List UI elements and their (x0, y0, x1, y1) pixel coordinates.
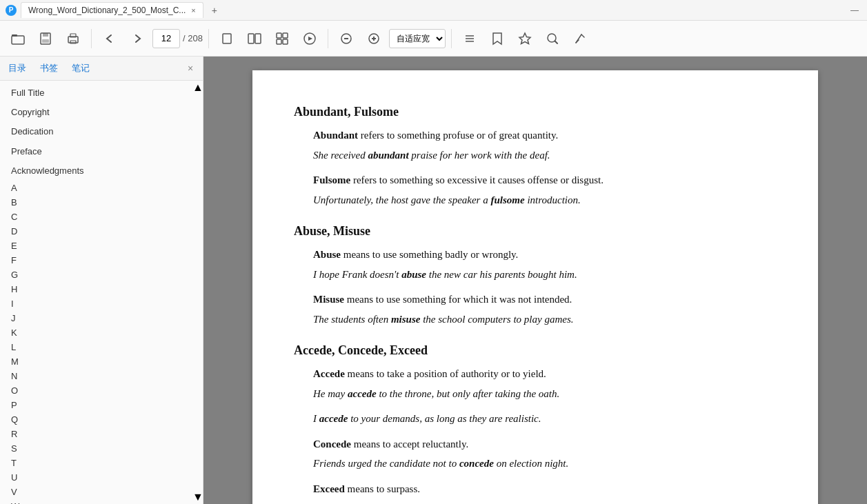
open-file-button[interactable] (6, 26, 30, 51)
toolbar: 12 / 208 自适应宽 (0, 21, 867, 57)
entry-def-accede: Accede means to take a position of autho… (294, 366, 777, 382)
toc-item-b[interactable]: B (0, 195, 203, 210)
toc-item-p[interactable]: P (0, 398, 203, 412)
zoom-out-button[interactable] (334, 26, 359, 51)
entry-def-abuse: Abuse means to use something badly or wr… (294, 247, 777, 263)
toc-item-q[interactable]: Q (0, 412, 203, 427)
notes-tab[interactable]: 笔记 (69, 61, 92, 76)
sidebar-tab-bar: 目录 书签 笔记 × (0, 57, 203, 81)
back-button[interactable] (97, 26, 122, 51)
entry-title-abuse-misuse: Abuse, Misuse (294, 224, 777, 239)
svg-rect-11 (277, 33, 281, 38)
toc-item-s[interactable]: S (0, 441, 203, 456)
svg-marker-16 (308, 37, 312, 41)
toc-item-t[interactable]: T (0, 456, 203, 470)
page-number-input[interactable]: 12 (152, 29, 180, 48)
bookmark-button[interactable] (485, 26, 510, 51)
entry-title-abundant-fulsome: Abundant, Fulsome (294, 105, 777, 119)
toc-item-d[interactable]: D (0, 224, 203, 239)
toc-item-k[interactable]: K (0, 325, 203, 340)
window-minimize-button[interactable]: — (848, 3, 861, 17)
entry-example-misuse: The students often misuse the school com… (294, 312, 777, 327)
toc-item-w[interactable]: W (0, 499, 203, 504)
toc-tab[interactable]: 目录 (6, 61, 29, 76)
svg-rect-10 (255, 34, 261, 43)
sidebar: 目录 书签 笔记 × ▲ Full Title Copyright Dedica… (0, 57, 203, 504)
star-button[interactable] (512, 26, 537, 51)
entry-example-abundant: She received abundant praise for her wor… (294, 148, 777, 163)
toc-item-f[interactable]: F (0, 253, 203, 268)
entry-example-abuse: I hope Frank doesn't abuse the new car h… (294, 267, 777, 283)
entry-example-fulsome: Unfortunately, the host gave the speaker… (294, 192, 777, 208)
toc-item-preface[interactable]: Preface (0, 142, 203, 161)
toc-item-m[interactable]: M (0, 354, 203, 369)
toc-item-l[interactable]: L (0, 340, 203, 354)
toc-item-e[interactable]: E (0, 239, 203, 253)
tab-close-button[interactable]: × (191, 6, 195, 14)
single-page-button[interactable] (215, 26, 239, 51)
entry-def-fulsome: Fulsome refers to something so excessive… (294, 172, 777, 188)
svg-rect-13 (277, 39, 281, 44)
bookmarks-tab[interactable]: 书签 (37, 61, 61, 76)
two-page-button[interactable] (242, 26, 267, 51)
app-icon: P (6, 5, 17, 16)
list-view-button[interactable] (457, 26, 482, 51)
toc-item-g[interactable]: G (0, 268, 203, 282)
toc-item-i[interactable]: I (0, 296, 203, 311)
entry-example-accede-2: I accede to your demands, as long as the… (294, 411, 777, 427)
svg-rect-12 (283, 33, 288, 38)
svg-rect-9 (248, 34, 254, 43)
page-total-label: / 208 (183, 33, 203, 43)
tab-label: Wrong_Word_Dictionary_2_500_Most_C... (28, 6, 186, 15)
svg-marker-25 (519, 33, 530, 44)
toc-item-dedication[interactable]: Dedication (0, 122, 203, 141)
scroll-down-button[interactable]: ▼ (193, 490, 203, 504)
annotate-button[interactable] (568, 26, 592, 51)
svg-rect-7 (70, 41, 76, 43)
toc-item-r[interactable]: R (0, 427, 203, 441)
page-nav-group: 12 / 208 (152, 29, 203, 48)
main-area: 目录 书签 笔记 × ▲ Full Title Copyright Dedica… (0, 57, 867, 504)
svg-rect-1 (12, 36, 24, 44)
toolbar-separator-2 (208, 29, 209, 48)
entry-title-accede-concede-exceed: Accede, Concede, Exceed (294, 343, 777, 358)
toc-item-c[interactable]: C (0, 210, 203, 224)
svg-rect-14 (283, 39, 288, 44)
toc-item-copyright[interactable]: Copyright (0, 103, 203, 122)
zoom-in-button[interactable] (361, 26, 386, 51)
entry-def-exceed: Exceed means to surpass. (294, 481, 777, 497)
toc-item-acknowledgments[interactable]: Acknowledgments (0, 161, 203, 181)
toc-item-full-title[interactable]: Full Title (0, 83, 203, 103)
toc-item-a[interactable]: A (0, 181, 203, 195)
scroll-up-button[interactable]: ▲ (193, 81, 203, 94)
zoom-select[interactable]: 自适应宽 (389, 29, 446, 48)
toc-item-u[interactable]: U (0, 470, 203, 485)
svg-rect-4 (42, 39, 49, 43)
browser-tab[interactable]: Wrong_Word_Dictionary_2_500_Most_C... × (21, 2, 203, 18)
toolbar-separator-1 (91, 29, 92, 48)
toc-item-j[interactable]: J (0, 311, 203, 325)
svg-rect-8 (223, 34, 231, 43)
save-button[interactable] (33, 26, 58, 51)
new-tab-button[interactable]: + (206, 2, 223, 19)
print-button[interactable] (61, 26, 86, 51)
toc-item-o[interactable]: O (0, 383, 203, 398)
thumbnail-button[interactable] (270, 26, 295, 51)
entry-def-concede: Concede means to accept reluctantly. (294, 436, 777, 452)
pdf-page: Abundant, Fulsome Abundant refers to som… (252, 70, 818, 504)
entry-example-concede: Friends urged the candidate not to conce… (294, 456, 777, 472)
play-button[interactable] (297, 26, 322, 51)
sidebar-close-button[interactable]: × (183, 61, 197, 75)
entry-example-exceed: The product and service exceed our custo… (294, 501, 777, 504)
svg-rect-3 (43, 33, 48, 37)
forward-button[interactable] (125, 26, 150, 51)
toc-item-n[interactable]: N (0, 369, 203, 383)
entry-example-accede-1: He may accede to the throne, but only af… (294, 386, 777, 402)
toc-item-h[interactable]: H (0, 282, 203, 296)
search-button[interactable] (540, 26, 565, 51)
toc-item-v[interactable]: V (0, 485, 203, 499)
pdf-viewer[interactable]: Abundant, Fulsome Abundant refers to som… (203, 57, 867, 504)
toc-list[interactable]: ▲ Full Title Copyright Dedication Prefac… (0, 81, 203, 504)
entry-def-abundant: Abundant refers to something profuse or … (294, 128, 777, 143)
titlebar: P Wrong_Word_Dictionary_2_500_Most_C... … (0, 0, 867, 21)
